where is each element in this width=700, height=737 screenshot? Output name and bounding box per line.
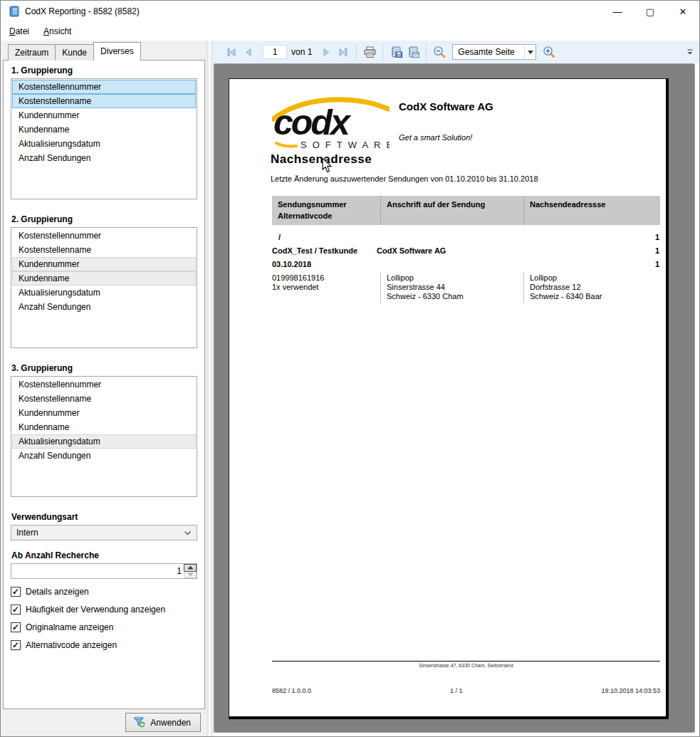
- print-icon[interactable]: [361, 43, 378, 61]
- group-row: 03.10.2018 1: [272, 258, 660, 271]
- menu-bar: Datei Ansicht: [1, 22, 699, 41]
- list-item[interactable]: Kundenname: [12, 271, 196, 286]
- group-row: CodX_Test / Testkunde CodX Software AG 1: [272, 244, 660, 258]
- report-viewer[interactable]: codx SOFTWARE CodX Software AG Get a sma…: [214, 63, 695, 733]
- minimize-icon[interactable]: —: [601, 1, 634, 22]
- list-item[interactable]: Kundennummer: [12, 257, 196, 271]
- list-item[interactable]: Aktualisierungsdatum: [12, 137, 196, 151]
- list-item[interactable]: Anzahl Sendungen: [12, 449, 196, 463]
- tab-diverses[interactable]: Diverses: [93, 42, 141, 61]
- svg-text:codx: codx: [273, 103, 352, 142]
- detail-anschrift: Lollipop Sinserstrasse 44 Schweiz - 6330…: [380, 272, 523, 303]
- first-page-icon[interactable]: [223, 43, 240, 61]
- app-window: { "window": { "title": "CodX Reporting -…: [0, 0, 700, 737]
- spinner-down-icon[interactable]: [184, 572, 197, 579]
- table-header-row: Sendungsnummer Alternativcode Anschrift …: [272, 196, 660, 225]
- checkbox-checked-icon[interactable]: ✓: [11, 640, 21, 650]
- footer-row: 8582 / 1.0.0.0 1 / 1 19.10.2018 14:03:53: [272, 687, 660, 694]
- tab-kunde[interactable]: Kunde: [55, 44, 94, 61]
- spinner-buttons: [184, 564, 197, 578]
- list-item[interactable]: Kostenstellenname: [12, 94, 196, 108]
- toolbar-separator: [426, 44, 427, 60]
- zoom-out-icon[interactable]: [431, 43, 448, 61]
- maximize-icon[interactable]: ▢: [634, 1, 667, 22]
- window-controls: — ▢ ✕: [601, 1, 699, 22]
- preview-pane: 1 von 1 Gesamte Seite: [214, 41, 699, 736]
- checkbox-checked-icon[interactable]: ✓: [11, 622, 21, 632]
- report-subtitle: Letzte Änderung auszuwertender Sendungen…: [271, 174, 538, 183]
- sidebar-tabs: Zeitraum Kunde Diverses: [8, 43, 140, 61]
- detail-nachsendeadresse: Lollipop Dorfstrasse 12 Schweiz - 6340 B…: [523, 272, 660, 303]
- grouping2-listbox: Kostenstellennummer Kostenstellenname Ku…: [11, 227, 197, 348]
- list-item[interactable]: Kundennummer: [12, 406, 196, 420]
- splitter-grip: [209, 41, 211, 736]
- footer-divider: [272, 661, 660, 662]
- report-page: codx SOFTWARE CodX Software AG Get a sma…: [229, 78, 669, 719]
- checkbox-label: Häufigkeit der Verwendung anzeigen: [26, 605, 165, 615]
- tab-zeitraum[interactable]: Zeitraum: [8, 44, 56, 61]
- recherche-label: Ab Anzahl Recherche: [11, 550, 197, 560]
- filter-sidebar: Zeitraum Kunde Diverses 1. Gruppierung K…: [1, 41, 206, 736]
- report-table: Sendungsnummer Alternativcode Anschrift …: [272, 196, 660, 303]
- zoom-mode-select[interactable]: Gesamte Seite: [452, 44, 536, 60]
- list-item[interactable]: Anzahl Sendungen: [12, 300, 196, 314]
- list-item[interactable]: Kostenstellennummer: [12, 377, 196, 392]
- list-item[interactable]: Kostenstellenname: [12, 392, 196, 406]
- svg-text:SOFTWARE: SOFTWARE: [301, 140, 390, 150]
- next-page-icon[interactable]: [318, 43, 335, 61]
- grouping3-listbox: Kostenstellennummer Kostenstellenname Ku…: [11, 376, 197, 497]
- verwendungsart-label: Verwendungsart: [11, 512, 197, 522]
- diverses-panel: 1. Gruppierung Kostenstellennummer Koste…: [3, 60, 205, 709]
- sidebar-footer: Anwenden: [1, 709, 206, 736]
- grouping3-label: 3. Gruppierung: [11, 363, 197, 373]
- zoom-in-icon[interactable]: [540, 43, 558, 61]
- last-page-icon[interactable]: [335, 43, 352, 61]
- app-icon: [8, 6, 19, 17]
- verwendungsart-value: Intern: [16, 528, 38, 538]
- export-mail-icon[interactable]: [404, 43, 422, 61]
- footer-timestamp: 19.10.2018 14:03:53: [601, 687, 660, 694]
- page-number-input[interactable]: 1: [263, 45, 287, 59]
- menu-datei[interactable]: Datei: [8, 24, 31, 38]
- list-item[interactable]: Kostenstellennummer: [12, 229, 196, 243]
- chevron-down-icon: [184, 530, 192, 535]
- list-item[interactable]: Kostenstellennummer: [12, 80, 196, 94]
- recherche-spinner[interactable]: 1: [11, 563, 197, 579]
- preview-toolbar: 1 von 1 Gesamte Seite: [214, 41, 699, 63]
- checkbox-alternativcode[interactable]: ✓ Alternativcode anzeigen: [11, 640, 197, 650]
- verwendungsart-select[interactable]: Intern: [11, 525, 197, 540]
- group-row: / 1: [272, 231, 660, 244]
- apply-button[interactable]: Anwenden: [125, 713, 201, 732]
- grouping1-listbox: Kostenstellennummer Kostenstellenname Ku…: [11, 78, 197, 199]
- checkbox-haeufigkeit[interactable]: ✓ Häufigkeit der Verwendung anzeigen: [11, 605, 197, 615]
- toolbar-overflow-icon[interactable]: [685, 43, 695, 61]
- footer-page: 1 / 1: [450, 687, 463, 694]
- column-header-nachsendeadresse: Nachsendeadressse: [523, 196, 660, 225]
- spinner-up-icon[interactable]: [184, 564, 197, 572]
- checkbox-checked-icon[interactable]: ✓: [11, 587, 21, 597]
- menu-ansicht[interactable]: Ansicht: [42, 24, 73, 38]
- list-item[interactable]: Aktualisierungsdatum: [12, 434, 196, 449]
- title-bar[interactable]: CodX Reporting - 8582 (8582) — ▢ ✕: [1, 1, 699, 22]
- detail-row: 019998161916 1x verwendet Lollipop Sinse…: [272, 272, 660, 303]
- recherche-value[interactable]: 1: [11, 564, 184, 578]
- dropdown-arrow-icon[interactable]: [524, 45, 536, 59]
- export-save-icon[interactable]: [387, 43, 404, 61]
- list-item[interactable]: Aktualisierungsdatum: [12, 286, 196, 300]
- checkbox-originalname[interactable]: ✓ Originalname anzeigen: [11, 622, 197, 632]
- list-item[interactable]: Kundenname: [12, 122, 196, 137]
- splitter-handle[interactable]: [206, 41, 214, 736]
- checkbox-details[interactable]: ✓ Details anzeigen: [11, 587, 197, 597]
- list-item[interactable]: Kundennummer: [12, 108, 196, 122]
- close-icon[interactable]: ✕: [667, 1, 699, 22]
- toolbar-separator: [382, 44, 383, 60]
- filter-refresh-icon: [133, 716, 145, 728]
- codx-logo: codx SOFTWARE: [272, 92, 390, 152]
- grouping2-label: 2. Gruppierung: [11, 214, 197, 224]
- previous-page-icon[interactable]: [240, 43, 257, 61]
- checkbox-checked-icon[interactable]: ✓: [11, 605, 21, 615]
- detail-sendungsnummer: 019998161916 1x verwendet: [272, 272, 380, 303]
- list-item[interactable]: Kostenstellenname: [12, 243, 196, 257]
- list-item[interactable]: Kundenname: [12, 420, 196, 434]
- list-item[interactable]: Anzahl Sendungen: [12, 151, 196, 165]
